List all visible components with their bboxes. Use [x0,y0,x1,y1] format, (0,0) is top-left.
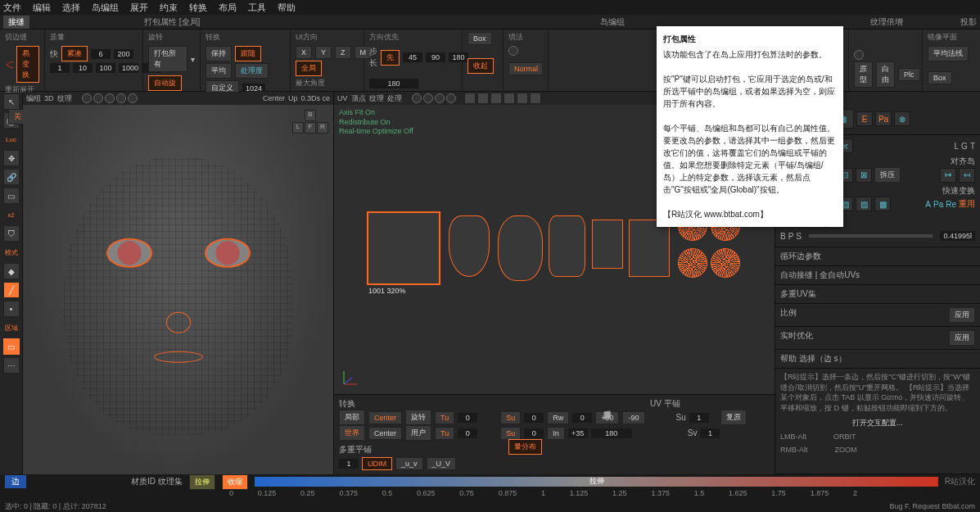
b-center1[interactable]: Center [368,411,402,424]
b-world[interactable]: 世界 [339,425,365,441]
btn-packall[interactable]: 打包所有 [148,46,187,72]
uvhdr-tex[interactable]: 纹理 [369,93,384,104]
uvt-3[interactable] [490,93,502,104]
tool-area[interactable]: ▭ [3,338,20,355]
menu-unfold[interactable]: 展开 [130,2,148,14]
hdr-up[interactable]: Up [288,94,298,102]
uvt-4[interactable] [504,93,515,104]
hdr-center[interactable]: Center [263,94,285,102]
uv-island-3[interactable] [498,215,543,281]
tool-link[interactable]: 🔗 [3,169,20,185]
b-in[interactable]: In [547,427,565,440]
btn-box[interactable]: Box [467,32,492,45]
list-help[interactable]: 帮助 选择（边 s） [775,350,980,369]
btn-pack[interactable]: 拆压 [874,167,901,183]
snap-pa[interactable]: Pa [933,200,943,209]
hdr-3d[interactable]: 3D [44,94,54,102]
uvhdr-vtx[interactable]: 顶点 [351,93,366,104]
b-reset[interactable]: 复原 [720,410,747,425]
shade-3[interactable] [105,93,115,103]
proj-avg[interactable]: 平均法线 [928,46,969,61]
b-tu1[interactable]: Tu [435,411,454,424]
v-tu2[interactable]: 0 [458,428,477,438]
menu-select[interactable]: 选择 [62,2,80,14]
v-180c[interactable]: 180 [591,428,632,438]
sim-x[interactable]: ⊗ [894,111,910,126]
tex-icon[interactable] [854,50,864,60]
axis-z[interactable]: Z [335,46,351,59]
uv-island-main[interactable] [367,211,440,285]
list-autoseam[interactable]: 自动接缝 | 全自动UVs [775,266,980,285]
uv-island-9[interactable] [678,248,707,278]
tool-move[interactable]: ✥ [3,150,20,166]
btn-autorotate[interactable]: 自动旋 [148,75,182,91]
tex-free[interactable]: 白由 [876,61,895,88]
uv-island-2[interactable] [449,215,490,277]
b-su3[interactable]: Su [500,427,521,440]
btn-keep[interactable]: 保持 [205,46,232,61]
uv-island-4[interactable] [549,215,585,277]
tab-seams[interactable]: 接缝 [3,16,29,29]
dd-icon[interactable]: ▾ [191,55,195,64]
menu-island[interactable]: 岛编组 [92,2,119,14]
v180b[interactable]: 180 [369,79,418,88]
btn-uv-uc[interactable]: _U_V [427,457,457,470]
v1[interactable]: 1 [50,63,70,73]
btn-global[interactable]: 全局 [296,61,322,76]
v90[interactable]: 90 [426,52,445,62]
sp-5[interactable]: ▨ [856,197,872,211]
btn-tight[interactable]: 紧凑 [61,46,88,61]
axis-x[interactable]: X [296,46,312,59]
method-icon[interactable] [508,46,518,56]
al-7[interactable]: ↤ [959,168,975,183]
b-center2[interactable]: Center [368,427,402,440]
uv-island-6[interactable] [629,220,670,277]
btn-apply2[interactable]: 应用 [949,330,975,346]
v1000[interactable]: 1000 [119,63,138,73]
b-rw[interactable]: Rw [547,411,569,424]
uvs-3[interactable] [435,93,445,103]
b-su1[interactable]: Su [500,411,521,424]
btn-avg[interactable]: 平均 [205,63,232,79]
btn-follow[interactable]: 跟随 [235,46,261,61]
menu-edit[interactable]: 编辑 [33,2,51,14]
sim-e[interactable]: E [856,111,873,126]
uvhdr-proc[interactable]: 处理 [387,93,402,104]
proj-box[interactable]: Box [928,71,952,84]
tool-shield[interactable]: ⛉ [3,225,20,242]
btn-dist[interactable]: 量分布 [508,439,542,455]
tex-proto[interactable]: 原型 [854,61,873,88]
shade-4[interactable] [116,93,126,103]
uvhdr-uv[interactable]: UV [337,94,348,102]
uvt-1[interactable] [464,93,476,104]
b-rot[interactable]: 旋转 [405,410,431,425]
v-su2[interactable]: 1 [689,413,709,423]
gizmo-r[interactable]: R [317,122,328,134]
bps-s[interactable]: S [796,232,802,241]
val-200[interactable]: 200 [114,49,133,59]
v-sv[interactable]: 1 [700,428,720,438]
uvt-2[interactable] [477,93,489,104]
btn-udim[interactable]: UDIM [362,457,392,470]
hint-title[interactable]: 打开交互配置... [780,418,975,428]
gizmo-b[interactable]: B [305,110,316,121]
bps-slider[interactable] [809,234,933,238]
list-loop[interactable]: 循环边参数 [775,247,980,266]
al-6[interactable]: ↦ [940,168,956,183]
btn-transform[interactable]: 易变换 [16,46,39,83]
mode-edge[interactable]: 边 [5,475,26,488]
tool-box[interactable]: ▭ [3,188,20,204]
bps-b[interactable]: B [780,232,786,241]
stretch-gradient[interactable]: 拉伸 [255,477,938,487]
menu-help[interactable]: 帮助 [278,2,296,14]
uv-island-10[interactable] [711,248,740,278]
menu-file[interactable]: 文件 [3,2,21,14]
list-rtopt[interactable]: 实时优化 [780,330,813,346]
uvt-5[interactable] [517,93,528,104]
menu-layout[interactable]: 布局 [219,2,237,14]
view3d-canvas[interactable]: B LFR [23,105,333,474]
btn-stretch[interactable]: 拉伸 [189,474,215,490]
list-multiuv[interactable]: 多重UV集 [775,285,980,304]
shade-1[interactable] [82,93,92,103]
uvs-2[interactable] [423,93,433,103]
